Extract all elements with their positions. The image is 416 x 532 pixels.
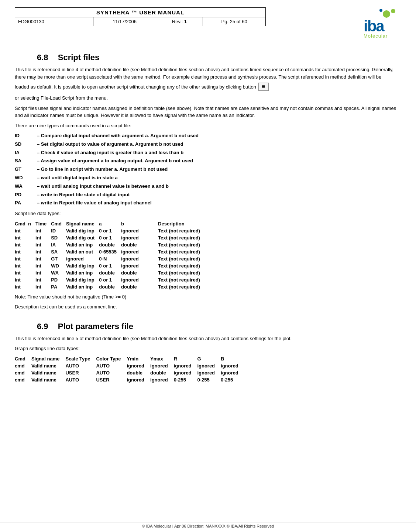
note-word: Note: bbox=[15, 294, 26, 300]
graph-table-cell: ignored bbox=[197, 369, 221, 376]
graph-col-r: R bbox=[174, 355, 197, 362]
script-table-cell: Valid an inp bbox=[66, 283, 99, 290]
script-table-cell: Valid an out bbox=[66, 248, 99, 255]
cmd-code-GT: GT bbox=[15, 166, 37, 173]
graph-table-cell: ignored bbox=[197, 362, 221, 369]
section-68-para3: Script files uses signal and indicator n… bbox=[15, 105, 401, 119]
section-69-number: 6.9 bbox=[37, 322, 48, 331]
script-table-cell: Text (not required) bbox=[158, 255, 204, 262]
script-table-cell: int bbox=[15, 234, 35, 241]
script-table-cell: int bbox=[35, 241, 51, 248]
graph-table-cell: Valid name bbox=[31, 362, 66, 369]
page: SYNTHERA ™ USER MANUAL FDG000130 11/17/2… bbox=[0, 0, 416, 532]
note-line: Note: Time value should not be negative … bbox=[15, 293, 401, 301]
para2-text: loaded as default. It is possible to ope… bbox=[15, 84, 256, 90]
graph-table-cell: cmd bbox=[15, 376, 31, 383]
script-table-cell: int bbox=[35, 248, 51, 255]
col-header-cmd: Cmd bbox=[51, 220, 66, 227]
script-table-cell: Valid an inp bbox=[66, 269, 99, 276]
script-table-row: intintPAValid an inpdoubledoubleText (no… bbox=[15, 283, 204, 290]
cmd-desc-SA: – Assign value of argument a to analog o… bbox=[37, 157, 193, 165]
graph-col-ymin: Ymin bbox=[127, 355, 150, 362]
script-table-cell: int bbox=[15, 283, 35, 290]
doc-rev: Rev.: 1 bbox=[156, 17, 203, 26]
graph-col-ymax: Ymax bbox=[150, 355, 174, 362]
script-table-cell: Valid dig inp bbox=[66, 262, 99, 269]
script-table-cell: Valid an inp bbox=[66, 241, 99, 248]
graph-col-signal: Signal name bbox=[31, 355, 66, 362]
cmd-desc-WA: – wait until analog input channel value … bbox=[37, 183, 169, 190]
graph-table-cell: ignored bbox=[174, 369, 197, 376]
doc-page: Pg. 25 of 60 bbox=[203, 17, 266, 26]
script-table-cell: ID bbox=[51, 227, 66, 234]
script-table-cell: Text (not required) bbox=[158, 248, 204, 255]
script-table-cell: WD bbox=[51, 262, 66, 269]
script-table-cell: Valid dig inp bbox=[66, 276, 99, 283]
graph-settings-table: Cmd Signal name Scale Type Color Type Ym… bbox=[15, 355, 244, 383]
script-table-cell: PD bbox=[51, 276, 66, 283]
rev-value: 1 bbox=[184, 19, 187, 24]
cmd-row-PD: PD – write in Report file state of digit… bbox=[15, 191, 401, 199]
doc-number: FDG000130 bbox=[15, 17, 93, 26]
cmd-desc-GT: – Go to line in script with number a. Ar… bbox=[37, 166, 168, 173]
script-table-row: intintIDValid dig inp0 or 1ignoredText (… bbox=[15, 227, 204, 234]
svg-point-0 bbox=[383, 10, 390, 18]
section-69-heading: 6.9 Plot parameters file bbox=[37, 322, 401, 331]
script-table-cell: int bbox=[15, 269, 35, 276]
graph-table-cell: AUTO bbox=[96, 369, 127, 376]
script-table-row: intintSAValid an out0-65535ignoredText (… bbox=[15, 248, 204, 255]
graph-label: Graph settings line data types: bbox=[15, 345, 401, 352]
cmd-code-PA: PA bbox=[15, 199, 37, 207]
cmd-row-IA: IA – Check if value of analog input is g… bbox=[15, 149, 401, 157]
graph-table-row: cmdValid nameAUTOUSERignoredignored0-255… bbox=[15, 376, 244, 383]
script-data-table: Cmd_n Time Cmd Signal name a b Descripti… bbox=[15, 220, 204, 290]
commands-list: ID – Compare digital input channel with … bbox=[15, 132, 401, 207]
cmd-code-SD: SD bbox=[15, 141, 37, 148]
script-table-cell: 0-N bbox=[99, 255, 121, 262]
footer-text: © IBA Molecular | Apr 06 Direction: MANX… bbox=[142, 524, 274, 528]
script-table-cell: ignored bbox=[66, 255, 99, 262]
section-69: 6.9 Plot parameters file This file is re… bbox=[15, 322, 401, 383]
script-table-cell: Text (not required) bbox=[158, 262, 204, 269]
script-table-cell: Text (not required) bbox=[158, 234, 204, 241]
graph-table-cell: ignored bbox=[221, 362, 244, 369]
graph-table-cell: ignored bbox=[221, 369, 244, 376]
graph-table-cell: cmd bbox=[15, 362, 31, 369]
col-header-b: b bbox=[121, 220, 158, 227]
svg-point-4 bbox=[379, 9, 382, 12]
script-table-cell: IA bbox=[51, 241, 66, 248]
script-table-cell: PA bbox=[51, 283, 66, 290]
script-table-cell: 0 or 1 bbox=[99, 227, 121, 234]
script-table-cell: int bbox=[15, 248, 35, 255]
script-table-cell: int bbox=[35, 269, 51, 276]
script-table-cell: SD bbox=[51, 234, 66, 241]
cmd-row-SD: SD – Set digital output to value of argu… bbox=[15, 141, 401, 148]
script-table-cell: double bbox=[99, 283, 121, 290]
script-table-cell: ignored bbox=[121, 248, 158, 255]
graph-col-b: B bbox=[221, 355, 244, 362]
script-table-cell: ignored bbox=[121, 255, 158, 262]
script-table-cell: Text (not required) bbox=[158, 227, 204, 234]
graph-table-cell: AUTO bbox=[65, 362, 96, 369]
cmd-row-SA: SA – Assign value of argument a to analo… bbox=[15, 157, 401, 165]
section-69-para1: This file is referenced in line 5 of met… bbox=[15, 335, 401, 342]
script-table-cell: int bbox=[35, 227, 51, 234]
script-table-cell: Text (not required) bbox=[158, 276, 204, 283]
script-table-cell: 0 or 1 bbox=[99, 234, 121, 241]
graph-table-row: cmdValid nameAUTOAUTOignoredignoredignor… bbox=[15, 362, 244, 369]
cmd-row-ID: ID – Compare digital input channel with … bbox=[15, 132, 401, 140]
graph-table-cell: ignored bbox=[127, 376, 150, 383]
script-table-cell: GT bbox=[51, 255, 66, 262]
graph-table-cell: AUTO bbox=[96, 362, 127, 369]
script-table-cell: int bbox=[35, 276, 51, 283]
script-table-row: intintPDValid dig inp0 or 1ignoredText (… bbox=[15, 276, 204, 283]
col-header-signal: Signal name bbox=[66, 220, 99, 227]
script-table-cell: int bbox=[35, 283, 51, 290]
cmd-row-WD: WD – wait until digital input is in stat… bbox=[15, 174, 401, 182]
cmd-desc-PD: – write in Report file state of digital … bbox=[37, 191, 130, 199]
script-table-cell: ignored bbox=[121, 227, 158, 234]
page-footer: © IBA Molecular | Apr 06 Direction: MANX… bbox=[0, 522, 416, 528]
col-header-cmdn: Cmd_n bbox=[15, 220, 35, 227]
script-table-cell: double bbox=[121, 283, 158, 290]
graph-col-g: G bbox=[197, 355, 221, 362]
